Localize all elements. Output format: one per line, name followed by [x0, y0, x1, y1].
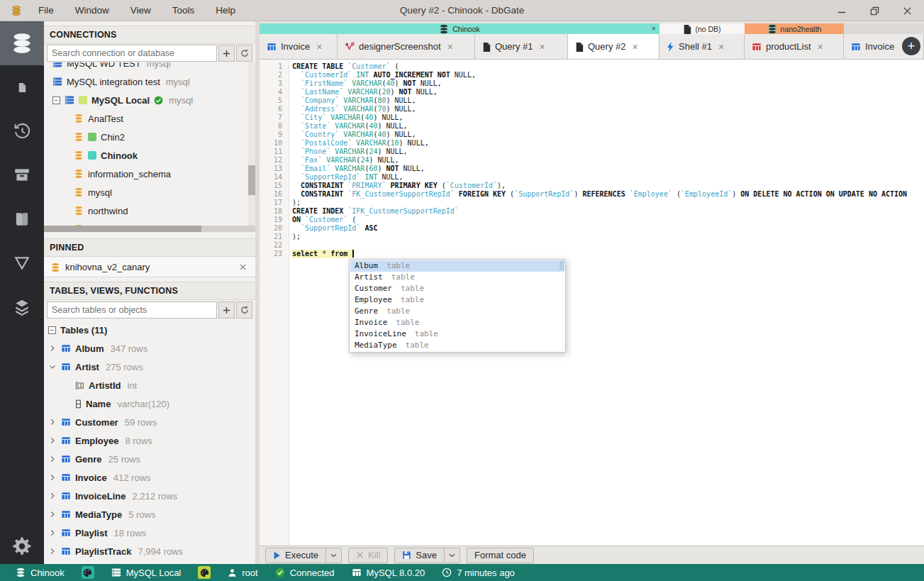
chevron-right-icon[interactable]	[48, 492, 57, 499]
chevron-right-icon[interactable]	[48, 345, 57, 352]
minimize-icon[interactable]	[836, 5, 847, 16]
menu-help[interactable]: Help	[216, 5, 235, 16]
rail-item-archive[interactable]	[0, 153, 44, 197]
close-tab-icon[interactable]: ×	[818, 41, 823, 52]
table-item-MediaType[interactable]: MediaType5 rows	[44, 505, 255, 524]
rail-item-book[interactable]	[0, 197, 44, 241]
close-tab-icon[interactable]: ×	[316, 41, 322, 52]
autocomplete-item-Employee[interactable]: Employeetable	[350, 294, 564, 306]
connection-item-MySQL WD TEST[interactable]: MySQL WD TESTmysql	[44, 62, 255, 72]
tab-Query-1[interactable]: Query #1×	[475, 34, 568, 59]
table-name: InvoiceLine	[75, 491, 126, 502]
close-tab-icon[interactable]: ×	[718, 41, 724, 52]
code-line-15: CONSTRAINT `PRIMARY` PRIMARY KEY (`Custo…	[292, 182, 924, 190]
unpin-icon[interactable]	[239, 263, 247, 271]
menu-file[interactable]: File	[38, 5, 54, 16]
code-token: (	[506, 190, 514, 198]
close-tab-icon[interactable]: ×	[539, 41, 545, 52]
table-item-Genre[interactable]: Genre25 rows	[44, 450, 255, 468]
save-options-button[interactable]	[445, 548, 460, 563]
save-button[interactable]: Save	[394, 548, 445, 563]
menu-view[interactable]: View	[130, 5, 151, 16]
chevron-right-icon[interactable]	[48, 548, 57, 555]
autocomplete-item-Album[interactable]: Albumtable	[350, 260, 564, 272]
file-icon	[482, 42, 491, 52]
tab-group-nano2health[interactable]: nano2health	[745, 23, 844, 34]
menu-window[interactable]: Window	[75, 5, 109, 16]
tab-designerScreenshot[interactable]: designerScreenshot×	[338, 34, 475, 59]
tables-search-input[interactable]	[47, 301, 217, 319]
database-color-swatch[interactable]	[82, 566, 94, 579]
close-icon[interactable]	[901, 5, 913, 16]
sidebar-splitter[interactable]	[255, 21, 260, 564]
database-item-Chinook[interactable]: Chinook	[44, 146, 255, 165]
autocomplete-item-MediaType[interactable]: MediaTypetable	[350, 340, 564, 351]
table-item-InvoiceLine[interactable]: InvoiceLine2,212 rows	[44, 487, 255, 505]
chevron-right-icon[interactable]	[48, 419, 57, 426]
tables-group-row[interactable]: −Tables (11)	[44, 321, 255, 339]
chevron-right-icon[interactable]	[48, 455, 57, 463]
autocomplete-item-Artist[interactable]: Artisttable	[350, 272, 564, 283]
table-item-PlaylistTrack[interactable]: PlaylistTrack7,994 rows	[44, 542, 255, 560]
table-item-Playlist[interactable]: Playlist18 rows	[44, 524, 255, 542]
chevron-right-icon[interactable]	[48, 474, 57, 481]
autocomplete-item-InvoiceLine[interactable]: InvoiceLinetable	[350, 328, 564, 340]
execute-button[interactable]: Execute	[265, 548, 326, 563]
connections-scrollbar[interactable]	[248, 62, 255, 226]
chevron-down-icon[interactable]	[48, 365, 57, 370]
autocomplete-item-Genre[interactable]: Genretable	[350, 306, 564, 317]
tab-Query-2[interactable]: Query #2×	[568, 34, 659, 59]
chevron-right-icon[interactable]	[48, 529, 57, 536]
scrollbar-thumb[interactable]	[248, 165, 255, 195]
close-tab-icon[interactable]: ×	[447, 41, 453, 52]
database-item-AnalTest[interactable]: AnalTest	[44, 109, 255, 128]
tab-Invoice[interactable]: Invoice×	[260, 34, 338, 59]
table-item-Invoice[interactable]: Invoice412 rows	[44, 468, 255, 487]
column-item-Name[interactable]: Namevarchar(120)	[44, 394, 255, 413]
autocomplete-item-Customer[interactable]: Customertable	[350, 283, 564, 294]
tab-group-Chinook[interactable]: Chinook×	[260, 23, 659, 34]
table-item-Album[interactable]: Album347 rows	[44, 339, 255, 358]
menu-tools[interactable]: Tools	[172, 5, 195, 16]
refresh-connections-button[interactable]	[236, 45, 252, 62]
tab-productList[interactable]: productList×	[745, 34, 844, 59]
connections-search-input[interactable]	[47, 45, 217, 62]
add-table-button[interactable]	[218, 301, 235, 319]
new-tab-button[interactable]: +	[902, 37, 920, 55]
kill-button[interactable]: Kill	[348, 548, 388, 563]
database-item-mysql[interactable]: mysql	[44, 183, 255, 201]
rail-item-filter[interactable]	[0, 241, 44, 285]
connection-item-MySQL Local[interactable]: −MySQL Localmysql	[44, 91, 255, 109]
execute-options-button[interactable]	[326, 548, 342, 563]
pinned-item[interactable]: knihovna_v2_canary	[44, 258, 255, 277]
rail-item-database[interactable]	[0, 21, 44, 65]
database-item-information_schema[interactable]: information_schema	[44, 165, 255, 183]
close-group-icon[interactable]: ×	[652, 23, 656, 34]
restore-icon[interactable]	[869, 5, 880, 16]
code-token: CREATE TABLE	[292, 62, 347, 70]
table-item-Employee[interactable]: Employee8 rows	[44, 431, 255, 450]
connection-color-swatch[interactable]	[198, 566, 211, 579]
database-item-Chin2[interactable]: Chin2	[44, 128, 255, 146]
connections-horizontal-scrollbar[interactable]	[44, 226, 255, 232]
close-tab-icon[interactable]: ×	[632, 41, 638, 52]
rail-item-file[interactable]	[0, 65, 44, 109]
add-connection-button[interactable]	[218, 45, 235, 62]
database-item-performance_schema[interactable]: performance_schema	[44, 220, 255, 226]
table-item-Artist[interactable]: Artist275 rows	[44, 358, 255, 376]
tab-group--no-DB-[interactable]: (no DB)	[659, 23, 745, 34]
rail-item-history[interactable]	[0, 109, 44, 153]
tab-Shell-1[interactable]: Shell #1×	[659, 34, 745, 59]
autocomplete-scrollbar[interactable]	[560, 260, 564, 270]
rail-item-layers[interactable]	[0, 285, 44, 329]
refresh-tables-button[interactable]	[236, 301, 252, 319]
chevron-right-icon[interactable]	[48, 437, 57, 444]
rail-item-gear[interactable]	[11, 536, 33, 557]
format-code-button[interactable]: Format code	[467, 548, 534, 563]
chevron-right-icon[interactable]	[48, 511, 57, 518]
column-item-ArtistId[interactable]: 1ArtistIdint	[44, 376, 255, 394]
connection-item-MySQL integration test[interactable]: MySQL integration testmysql	[44, 72, 255, 91]
table-item-Customer[interactable]: Customer59 rows	[44, 413, 255, 431]
database-item-northwind[interactable]: northwind	[44, 201, 255, 220]
autocomplete-item-Invoice[interactable]: Invoicetable	[350, 317, 564, 328]
